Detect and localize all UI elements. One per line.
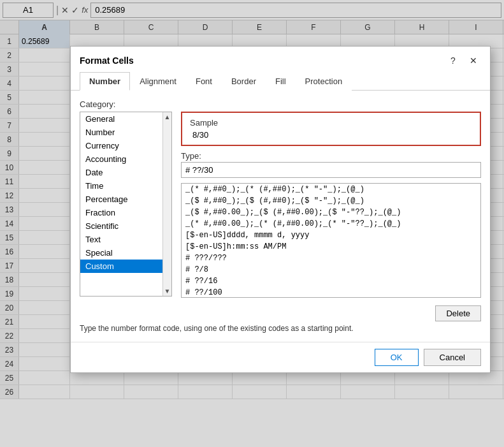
format-list: _(* #,##0_);_(* (#,##0);_(* "-"_);_(@_)_…	[182, 184, 480, 298]
category-label: Category:	[80, 99, 481, 109]
category-list-wrap: GeneralNumberCurrencyAccountingDateTimeP…	[80, 112, 172, 297]
format-list-item[interactable]: [$-en-US]h:mm:ss AM/PM	[182, 241, 480, 253]
category-item-custom[interactable]: Custom	[80, 260, 171, 273]
category-list: GeneralNumberCurrencyAccountingDateTimeP…	[80, 112, 171, 296]
format-cells-dialog: Format Cells ? ✕ NumberAlignmentFontBord…	[70, 46, 491, 373]
format-list-wrap[interactable]: _(* #,##0_);_(* (#,##0);_(* "-"_);_(@_)_…	[181, 183, 481, 298]
tab-protection[interactable]: Protection	[296, 72, 352, 91]
format-list-item[interactable]: # ??/16	[182, 275, 480, 287]
category-item-scientific[interactable]: Scientific	[80, 219, 171, 233]
close-button[interactable]: ✕	[466, 53, 481, 68]
tab-number[interactable]: Number	[80, 72, 130, 91]
category-item-fraction[interactable]: Fraction	[80, 206, 171, 219]
type-section: Type:	[181, 151, 481, 178]
category-item-currency[interactable]: Currency	[80, 139, 171, 152]
format-list-item[interactable]: # ?/8	[182, 264, 480, 275]
sample-value: 8/30	[190, 130, 472, 140]
delete-btn-row: Delete	[181, 305, 481, 321]
format-list-item[interactable]: # ???/???	[182, 253, 480, 264]
dialog-tabs: NumberAlignmentFontBorderFillProtection	[71, 72, 490, 91]
format-list-item[interactable]: [$-en-US]dddd, mmmm d, yyyy	[182, 230, 480, 241]
format-list-item[interactable]: _($ #,##0_);_($ (#,##0);_($ "-"_);_(@_)	[182, 195, 480, 207]
category-item-number[interactable]: Number	[80, 126, 171, 139]
format-list-item[interactable]: _(* #,##0_);_(* (#,##0);_(* "-"_);_(@_)	[182, 184, 480, 195]
tab-border[interactable]: Border	[222, 72, 266, 91]
tab-font[interactable]: Font	[186, 72, 222, 91]
dialog-controls: ? ✕	[445, 53, 481, 68]
category-item-general[interactable]: General	[80, 112, 171, 126]
format-list-item[interactable]: _($ #,##0.00_);_($ (#,##0.00);_($ "-"??_…	[182, 207, 480, 218]
scroll-down-icon[interactable]: ▼	[163, 286, 172, 296]
category-item-special[interactable]: Special	[80, 246, 171, 260]
right-panel: Sample 8/30 Type: _(* #,##0_);_(* (#,##0…	[181, 112, 481, 321]
info-text: Type the number format code, using one o…	[80, 324, 481, 333]
dialog-content: Category: GeneralNumberCurrencyAccountin…	[71, 91, 490, 342]
category-item-time[interactable]: Time	[80, 179, 171, 193]
ok-button[interactable]: OK	[375, 349, 419, 366]
dialog-titlebar: Format Cells ? ✕	[71, 47, 490, 72]
category-item-accounting[interactable]: Accounting	[80, 152, 171, 166]
dialog-title: Format Cells	[80, 55, 134, 66]
tab-alignment[interactable]: Alignment	[130, 72, 186, 91]
help-button[interactable]: ?	[445, 53, 461, 68]
format-list-item[interactable]: _(* #,##0.00_);_(* (#,##0.00);_(* "-"??_…	[182, 218, 480, 230]
category-item-percentage[interactable]: Percentage	[80, 193, 171, 206]
dialog-footer: OK Cancel	[71, 342, 490, 372]
cancel-button[interactable]: Cancel	[424, 349, 481, 366]
sample-box: Sample 8/30	[181, 112, 481, 146]
delete-button[interactable]: Delete	[435, 305, 481, 321]
dialog-body: GeneralNumberCurrencyAccountingDateTimeP…	[80, 112, 481, 321]
tab-fill[interactable]: Fill	[266, 72, 296, 91]
category-item-text[interactable]: Text	[80, 233, 171, 246]
list-scrollbar: ▲ ▼	[162, 112, 171, 296]
type-input[interactable]	[181, 162, 481, 178]
sample-label: Sample	[190, 118, 472, 128]
format-list-item[interactable]: # ??/100	[182, 287, 480, 298]
scroll-up-icon[interactable]: ▲	[163, 112, 172, 122]
category-item-date[interactable]: Date	[80, 166, 171, 179]
type-label: Type:	[181, 151, 481, 161]
spreadsheet: A1 | ✕ ✓ fx A B C D E F G H I 10.2568923…	[0, 0, 504, 447]
